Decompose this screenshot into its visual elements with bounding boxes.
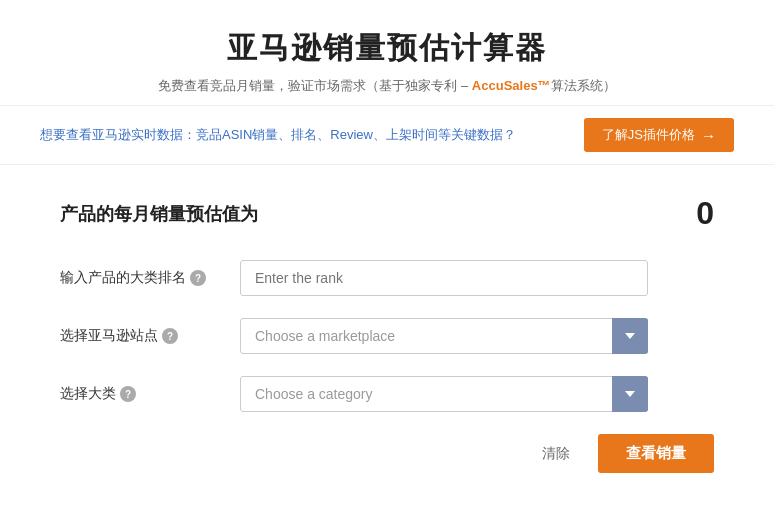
header: 亚马逊销量预估计算器 免费查看竞品月销量，验证市场需求（基于独家专利 – Acc… [0,0,774,106]
rank-input[interactable] [240,260,648,296]
result-label: 产品的每月销量预估值为 [60,202,258,226]
rank-field-row: 输入产品的大类排名 ? [60,260,714,296]
subtitle-suffix: 算法系统） [551,78,616,93]
rank-field-wrapper [240,260,648,296]
marketplace-field-row: 选择亚马逊站点 ? Choose a marketplace [60,318,714,354]
result-value: 0 [696,195,714,232]
rank-question-icon[interactable]: ? [190,270,206,286]
notice-bar: 想要查看亚马逊实时数据：竞品ASIN销量、排名、Review、上架时间等关键数据… [0,106,774,165]
subtitle-prefix: 免费查看竞品月销量，验证市场需求（基于独家专利 – [158,78,471,93]
marketplace-select[interactable]: Choose a marketplace [240,318,648,354]
category-label-text: 选择大类 [60,385,116,403]
marketplace-select-wrapper: Choose a marketplace [240,318,648,354]
marketplace-label-text: 选择亚马逊站点 [60,327,158,345]
page-title: 亚马逊销量预估计算器 [20,28,754,69]
rank-label-text: 输入产品的大类排名 [60,269,186,287]
marketplace-question-icon[interactable]: ? [162,328,178,344]
category-select-wrapper: Choose a category [240,376,648,412]
marketplace-field-wrapper: Choose a marketplace [240,318,648,354]
category-field-row: 选择大类 ? Choose a category [60,376,714,412]
category-label: 选择大类 ? [60,385,240,403]
page-subtitle: 免费查看竞品月销量，验证市场需求（基于独家专利 – AccuSales™算法系统… [20,77,754,95]
notice-text: 想要查看亚马逊实时数据：竞品ASIN销量、排名、Review、上架时间等关键数据… [40,126,516,144]
result-row: 产品的每月销量预估值为 0 [60,195,714,232]
category-question-icon[interactable]: ? [120,386,136,402]
marketplace-label: 选择亚马逊站点 ? [60,327,240,345]
category-select[interactable]: Choose a category [240,376,648,412]
notice-button-arrow: → [701,127,716,144]
clear-button[interactable]: 清除 [530,437,582,471]
calculator-section: 产品的每月销量预估值为 0 输入产品的大类排名 ? 选择亚马逊站点 ? Choo… [0,165,774,503]
notice-button-label: 了解JS插件价格 [602,126,695,144]
brand-name: AccuSales™ [472,78,551,93]
submit-button[interactable]: 查看销量 [598,434,714,473]
category-field-wrapper: Choose a category [240,376,648,412]
rank-label: 输入产品的大类排名 ? [60,269,240,287]
notice-button[interactable]: 了解JS插件价格 → [584,118,734,152]
actions-row: 清除 查看销量 [60,434,714,473]
